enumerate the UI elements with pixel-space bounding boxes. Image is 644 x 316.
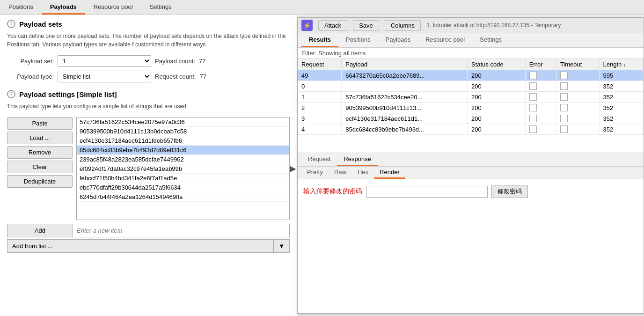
render-tab-pretty[interactable]: Pretty xyxy=(301,167,329,179)
length-sort-icon: ↓ xyxy=(623,62,626,67)
payload-sets-title: Payload sets xyxy=(19,20,62,28)
attack-icon: ⚡ xyxy=(301,20,313,31)
save-button[interactable]: Save xyxy=(353,20,379,31)
table-row[interactable]: 3ecf4130e317184aec611d1...200352 xyxy=(298,113,644,124)
render-tab-raw[interactable]: Raw xyxy=(329,167,352,179)
main-content: ? Payload sets You can define one or mor… xyxy=(0,15,644,316)
main-tab-bar: Positions Payloads Resource pool Setting… xyxy=(0,0,644,15)
render-content: 输入你要修改的密码 修改密码 xyxy=(298,179,644,204)
table-row[interactable]: 485dc684cc83b9ebe7b493d...200352 xyxy=(298,124,644,135)
tab-positions[interactable]: Positions xyxy=(0,0,42,15)
payload-list-area: Paste Load ... Remove Clear Deduplicate … xyxy=(7,117,290,220)
timeout-checkbox[interactable] xyxy=(560,104,568,111)
timeout-checkbox[interactable] xyxy=(560,82,568,90)
attack-tab-settings[interactable]: Settings xyxy=(472,33,509,47)
payload-settings-icon: ? xyxy=(7,90,15,98)
paste-button[interactable]: Paste xyxy=(7,117,73,130)
payload-settings-description: This payload type lets you configure a s… xyxy=(7,102,290,110)
request-tab[interactable]: Request xyxy=(301,153,337,166)
payload-count-value: 77 xyxy=(199,58,205,65)
attack-window: ⚡ Attack Save Columns 3. Intruder attack… xyxy=(297,17,644,314)
add-item-input[interactable] xyxy=(73,224,289,237)
deduplicate-button[interactable]: Deduplicate xyxy=(7,175,73,188)
error-checkbox[interactable] xyxy=(529,93,537,101)
error-checkbox[interactable] xyxy=(529,115,537,122)
list-item[interactable]: 57c736fa51622c534cee2075e97a0c36 xyxy=(77,118,289,127)
error-checkbox[interactable] xyxy=(529,82,537,90)
add-from-list-row: Add from list ... ▼ xyxy=(7,239,290,253)
table-row[interactable]: 157c736fa51622c534cee20...200352 xyxy=(298,92,644,103)
attack-tab-payloads[interactable]: Payloads xyxy=(378,33,418,47)
response-tab[interactable]: Response xyxy=(337,153,378,166)
add-from-list-dropdown-arrow[interactable]: ▼ xyxy=(273,240,289,252)
col-payload[interactable]: Payload xyxy=(342,59,468,70)
table-row[interactable]: 0200352 xyxy=(298,81,644,92)
col-status-code[interactable]: Status code xyxy=(468,59,526,70)
columns-button[interactable]: Columns xyxy=(385,20,421,31)
timeout-checkbox[interactable] xyxy=(560,93,568,101)
payload-type-row: Payload type: Simple list Request count:… xyxy=(7,71,290,82)
list-buttons: Paste Load ... Remove Clear Deduplicate xyxy=(7,117,73,220)
results-table: Request Payload Status code Error Timeou… xyxy=(298,59,644,135)
remove-button[interactable]: Remove xyxy=(7,146,73,159)
error-checkbox[interactable] xyxy=(529,104,537,111)
col-error[interactable]: Error xyxy=(525,59,556,70)
render-tab-hex[interactable]: Hex xyxy=(352,167,374,179)
col-request[interactable]: Request xyxy=(298,59,342,70)
add-button[interactable]: Add xyxy=(7,224,73,237)
attack-toolbar: ⚡ Attack Save Columns 3. Intruder attack… xyxy=(298,18,644,33)
table-row[interactable]: 4966473270a65c0a2ebe7689...200595 xyxy=(298,70,644,81)
request-count-value: 77 xyxy=(199,73,206,80)
col-timeout[interactable]: Timeout xyxy=(556,59,599,70)
list-item[interactable]: 85dc684cc83b9ebe7b493d7d89e831c6 xyxy=(77,146,289,155)
payload-sets-header: ? Payload sets xyxy=(7,20,290,28)
col-length[interactable]: Length ↓ xyxy=(599,59,643,70)
attack-tab-resource-pool[interactable]: Resource pool xyxy=(418,33,472,47)
payload-set-label: Payload set: xyxy=(7,58,54,65)
list-item[interactable]: ebc770dfaff29b30644da2517a5f6634 xyxy=(77,183,289,192)
tab-resource-pool[interactable]: Resource pool xyxy=(85,0,141,15)
payload-sets-icon: ? xyxy=(7,20,15,28)
request-count-label: Request count: xyxy=(155,73,196,80)
payload-settings-section: ? Payload settings [Simple list] This pa… xyxy=(7,90,290,253)
load-button[interactable]: Load ... xyxy=(7,132,73,144)
right-panel: ⚡ Attack Save Columns 3. Intruder attack… xyxy=(297,15,644,316)
payload-listbox[interactable]: 57c736fa51622c534cee2075e97a0c3690539950… xyxy=(76,117,290,220)
attack-window-title: 3. Intruder attack of http://192.168.27.… xyxy=(426,22,640,29)
left-panel: ? Payload sets You can define one or mor… xyxy=(0,15,297,316)
timeout-checkbox[interactable] xyxy=(560,72,568,79)
attack-tab-results[interactable]: Results xyxy=(301,33,338,47)
attack-tabs: Results Positions Payloads Resource pool… xyxy=(298,33,644,48)
payload-type-label: Payload type: xyxy=(7,73,54,80)
list-item[interactable]: 239ac85f48a2823ea585dcfae7449962 xyxy=(77,155,289,164)
error-checkbox[interactable] xyxy=(529,125,537,133)
render-input[interactable] xyxy=(366,186,488,198)
payload-count-label: Payload count: xyxy=(155,58,195,65)
payload-type-select[interactable]: Simple list xyxy=(58,71,151,82)
list-item[interactable]: 905399500b910d4111c13b0dcbab7c58 xyxy=(77,127,289,136)
clear-button[interactable]: Clear xyxy=(7,161,73,173)
payload-settings-header: ? Payload settings [Simple list] xyxy=(7,90,290,98)
error-checkbox[interactable] xyxy=(529,72,537,79)
attack-tab-positions[interactable]: Positions xyxy=(338,33,378,47)
list-item[interactable]: ef0924df17da0ac32c97e45fa1eab99b xyxy=(77,164,289,174)
render-label: 输入你要修改的密码 xyxy=(303,187,362,196)
list-item[interactable]: febccf71f50b4bd341fa2e6f7af1ad5e xyxy=(77,174,289,183)
req-resp-tabs: Request Response xyxy=(298,153,644,167)
timeout-checkbox[interactable] xyxy=(560,125,568,133)
attack-button[interactable]: Attack xyxy=(318,20,347,31)
tab-payloads[interactable]: Payloads xyxy=(42,0,85,15)
payload-sets-description: You can define one or more payload sets.… xyxy=(7,32,290,49)
list-item[interactable]: 6245d7b44f464a2ea1264d1549469ffa xyxy=(77,192,289,202)
render-tab-render[interactable]: Render xyxy=(374,167,405,179)
add-from-list-button[interactable]: Add from list ... xyxy=(7,240,273,252)
timeout-checkbox[interactable] xyxy=(560,115,568,122)
results-table-container: Request Payload Status code Error Timeou… xyxy=(298,59,644,153)
table-row[interactable]: 2905399500b910d4111c13...200352 xyxy=(298,103,644,113)
filter-bar: Filter: Showing all items xyxy=(298,48,644,59)
list-item[interactable]: ecf4130e317184aec611d1fdeb657fb6 xyxy=(77,136,289,146)
payload-set-select[interactable]: 1 xyxy=(58,55,151,67)
render-submit-button[interactable]: 修改密码 xyxy=(491,185,528,198)
tab-settings[interactable]: Settings xyxy=(141,0,180,15)
render-tabs: Pretty Raw Hex Render xyxy=(298,167,644,179)
